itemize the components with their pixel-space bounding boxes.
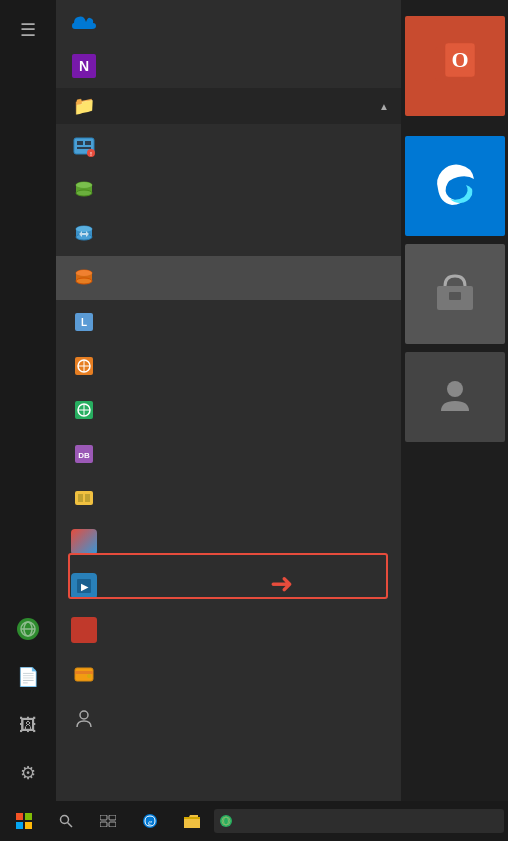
tile-label-edge xyxy=(451,209,459,213)
app-item-onedrive[interactable] xyxy=(56,0,401,44)
svg-rect-51 xyxy=(25,822,32,829)
app-list: N 📁 ▲ ! xyxy=(56,0,401,841)
tile-store[interactable] xyxy=(405,244,505,344)
globe-icon[interactable] xyxy=(8,609,48,649)
app-item-updatepwd[interactable] xyxy=(56,696,401,740)
app-item-admin[interactable]: ! xyxy=(56,124,401,168)
svg-point-40 xyxy=(87,674,91,678)
image-icon[interactable]: 🖼 xyxy=(8,705,48,745)
tile-xiaomi[interactable] xyxy=(405,352,505,442)
app-item-odbc[interactable]: DB xyxy=(56,432,401,476)
tile-label-office xyxy=(451,89,459,93)
ie-button[interactable]: e xyxy=(130,803,170,839)
svg-rect-35 xyxy=(85,494,90,502)
svg-point-41 xyxy=(80,711,88,719)
svg-rect-4 xyxy=(77,141,83,145)
svg-rect-48 xyxy=(16,813,23,820)
tile-edge[interactable] xyxy=(405,136,505,236)
svg-rect-61 xyxy=(184,817,200,819)
svg-point-20 xyxy=(76,270,92,276)
taskbar: e xyxy=(0,801,508,841)
app-item-dbconfig[interactable] xyxy=(56,168,401,212)
svg-text:DB: DB xyxy=(78,451,90,460)
page-icon[interactable]: 📄 xyxy=(8,657,48,697)
app-item-sqldev[interactable] xyxy=(56,520,401,564)
gear-icon[interactable]: ⚙ xyxy=(8,753,48,793)
svg-point-12 xyxy=(76,182,92,188)
svg-text:O: O xyxy=(451,47,468,72)
svg-text:e: e xyxy=(148,817,152,827)
sidebar: ☰ 📄 🖼 ⚙ ⏻ xyxy=(0,0,56,841)
app-item-onenote[interactable]: N xyxy=(56,44,401,88)
svg-point-52 xyxy=(61,816,69,824)
chevron-up-icon: ▲ xyxy=(379,101,389,112)
svg-point-11 xyxy=(76,190,92,196)
svg-point-47 xyxy=(447,381,463,397)
svg-rect-57 xyxy=(109,822,116,827)
hamburger-icon[interactable]: ☰ xyxy=(8,10,48,50)
app-item-dbmigrate[interactable] xyxy=(56,212,401,256)
svg-rect-39 xyxy=(75,671,93,674)
app-item-dbupgrade[interactable] xyxy=(56,256,401,300)
app-item-sqlplus[interactable]: ▶ xyxy=(56,564,401,608)
svg-text:L: L xyxy=(81,317,87,328)
app-item-universal[interactable] xyxy=(56,608,401,652)
app-item-netconfig[interactable] xyxy=(56,344,401,388)
tile-label-mi-top xyxy=(409,356,417,360)
section-letter-p xyxy=(56,740,401,746)
svg-rect-49 xyxy=(25,813,32,820)
search-button[interactable] xyxy=(46,803,86,839)
section-label-gaoxiao xyxy=(401,0,508,12)
explorer-button[interactable] xyxy=(172,803,212,839)
svg-rect-6 xyxy=(77,147,91,149)
svg-point-16 xyxy=(76,226,92,232)
svg-rect-50 xyxy=(16,822,23,829)
right-panel: O xyxy=(401,0,508,841)
oracle-group-header[interactable]: 📁 ▲ xyxy=(56,88,401,124)
svg-text:!: ! xyxy=(90,151,92,157)
app-item-locale[interactable]: L xyxy=(56,300,401,344)
svg-rect-56 xyxy=(100,822,107,827)
svg-point-19 xyxy=(76,278,92,284)
svg-rect-33 xyxy=(75,491,93,505)
svg-text:▶: ▶ xyxy=(81,582,89,592)
svg-point-63 xyxy=(224,817,229,825)
tile-office[interactable]: O xyxy=(405,16,505,116)
svg-rect-54 xyxy=(100,815,107,820)
svg-rect-46 xyxy=(449,292,461,300)
svg-rect-5 xyxy=(85,141,91,145)
section-label-browse xyxy=(401,120,508,132)
start-button[interactable] xyxy=(4,803,44,839)
tile-label-store xyxy=(451,314,459,318)
app-item-wallet[interactable] xyxy=(56,652,401,696)
app-item-oledb[interactable] xyxy=(56,476,401,520)
svg-line-53 xyxy=(68,823,73,828)
svg-rect-34 xyxy=(78,494,83,502)
taskbar-url-bar[interactable] xyxy=(214,809,504,833)
app-item-netmanager[interactable] xyxy=(56,388,401,432)
tile-label-xiaomi xyxy=(451,417,459,421)
svg-rect-55 xyxy=(109,815,116,820)
taskview-button[interactable] xyxy=(88,803,128,839)
svg-rect-60 xyxy=(184,819,200,828)
